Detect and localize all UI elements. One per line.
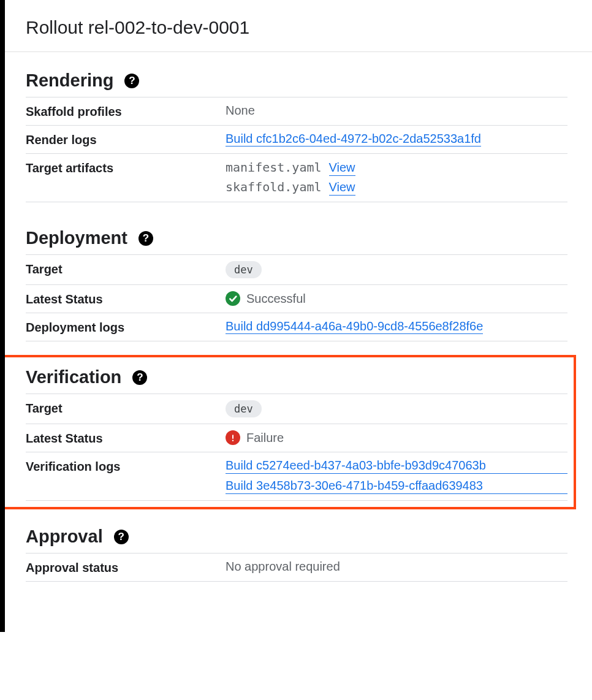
svg-point-1 [232,439,233,441]
help-icon[interactable]: ? [132,370,147,385]
verification-title: Verification [26,367,121,387]
artifact-filename: manifest.yaml [226,160,322,175]
verification-logs-label: Verification logs [26,458,226,474]
deployment-status-text: Successful [246,292,306,306]
target-chip: dev [226,400,262,417]
verification-target-label: Target [26,400,226,416]
render-logs-row: Render logs Build cfc1b2c6-04ed-4972-b02… [26,125,567,153]
error-circle-icon [226,430,240,445]
verification-status-row: Latest Status Failure [26,424,567,452]
artifact-filename: skaffold.yaml [226,180,322,194]
verification-logs-link[interactable]: Build 3e458b73-30e6-471b-b459-cffaad6394… [226,479,567,494]
deployment-logs-label: Deployment logs [26,319,226,335]
title-divider [5,51,592,52]
verification-status-text: Failure [246,431,284,445]
deployment-title: Deployment [26,228,127,248]
skaffold-profiles-value: None [226,104,567,118]
help-icon[interactable]: ? [124,74,139,88]
approval-status-row: Approval status No approval required [26,553,567,582]
verification-status-label: Latest Status [26,430,226,446]
deployment-logs-row: Deployment logs Build dd995444-a46a-49b0… [26,313,567,341]
approval-section: Approval ? Approval status No approval r… [26,527,567,582]
check-circle-icon [226,291,240,306]
artifact-view-link[interactable]: View [329,161,355,176]
deployment-target-row: Target dev [26,254,567,284]
target-chip: dev [226,261,262,278]
approval-status-value: No approval required [226,560,567,574]
verification-logs-row: Verification logs Build c5274eed-b437-4a… [26,452,567,501]
page-title: Rollout rel-002-to-dev-0001 [26,17,567,38]
verification-section: Verification ? Target dev Latest Status … [26,367,567,501]
verification-logs-link[interactable]: Build c5274eed-b437-4a03-bbfe-b93d9c4706… [226,458,567,474]
target-artifacts-label: Target artifacts [26,160,226,175]
deployment-target-label: Target [26,261,226,276]
approval-status-label: Approval status [26,560,226,575]
render-logs-label: Render logs [26,132,226,147]
skaffold-profiles-label: Skaffold profiles [26,104,226,119]
artifact-view-link[interactable]: View [329,180,355,196]
rendering-section: Rendering ? Skaffold profiles None Rende… [26,70,567,202]
deployment-status-label: Latest Status [26,291,226,306]
rendering-title: Rendering [26,70,113,91]
approval-title: Approval [26,527,103,547]
render-logs-link[interactable]: Build cfc1b2c6-04ed-4972-b02c-2da52533a1… [226,132,481,146]
help-icon[interactable]: ? [114,530,129,544]
target-artifacts-row: Target artifacts manifest.yaml View skaf… [26,153,567,202]
help-icon[interactable]: ? [139,231,153,246]
verification-target-row: Target dev [26,394,567,424]
artifact-item: manifest.yaml View [226,160,567,176]
svg-rect-0 [232,435,233,439]
deployment-section: Deployment ? Target dev Latest Status Su… [26,228,567,341]
deployment-logs-link[interactable]: Build dd995444-a46a-49b0-9cd8-4556e8f28f… [226,319,483,334]
deployment-status-row: Latest Status Successful [26,284,567,313]
skaffold-profiles-row: Skaffold profiles None [26,97,567,125]
artifact-item: skaffold.yaml View [226,180,567,196]
